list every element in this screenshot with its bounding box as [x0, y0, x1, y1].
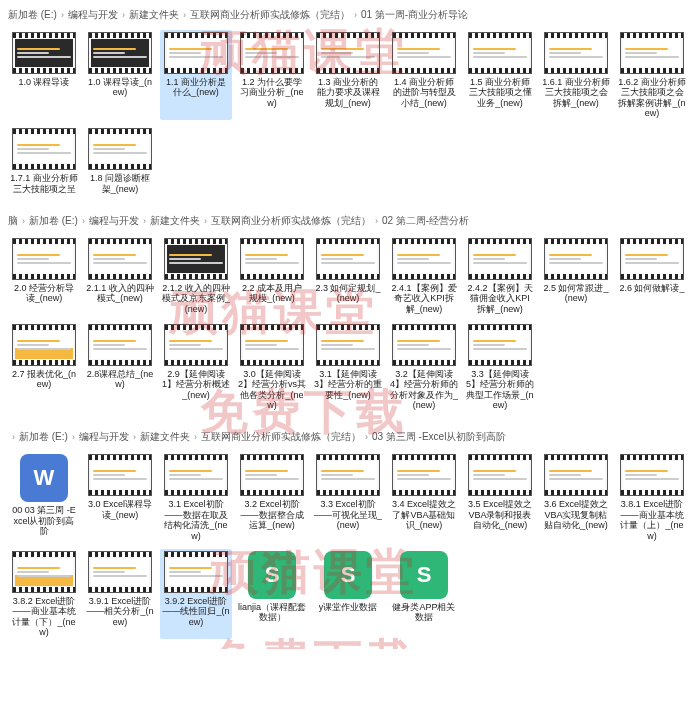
file-item[interactable]: 3.9.1 Excel进阶——相关分析_(new): [84, 549, 156, 639]
breadcrumb-segment[interactable]: 新建文件夹: [140, 430, 190, 444]
file-label: 3.9.2 Excel进阶——线性回归_(new): [162, 596, 230, 627]
breadcrumb-segment[interactable]: 新建文件夹: [150, 214, 200, 228]
file-item[interactable]: 2.7 报表优化_(new): [8, 322, 80, 412]
file-item[interactable]: 3.1 Excel初阶——数据在取及结构化清洗_(new): [160, 452, 232, 542]
file-label: 1.0 课程导读: [18, 77, 69, 87]
file-item[interactable]: 3.2 Excel初阶——数据整合成运算_(new): [236, 452, 308, 542]
file-item[interactable]: 1.0 课程导读: [8, 30, 80, 120]
file-item[interactable]: 3.0【延伸阅读2】经营分析vs其他各类分析_(new): [236, 322, 308, 412]
breadcrumb-segment[interactable]: 新加卷 (E:): [8, 8, 57, 22]
file-item[interactable]: 1.6.2 商业分析师三大技能项之会拆解案例讲解_(new): [616, 30, 688, 120]
breadcrumb: ›新加卷 (E:)›编程与开发›新建文件夹›互联网商业分析师实战修炼（完结）›0…: [8, 426, 692, 452]
file-item[interactable]: 3.1【延伸阅读3】经营分析的重要性_(new): [312, 322, 384, 412]
file-item[interactable]: 1.1 商业分析是什么_(new): [160, 30, 232, 120]
file-item[interactable]: 3.2【延伸阅读4】经营分析师的分析对象及作为_(new): [388, 322, 460, 412]
file-item[interactable]: 2.2 成本及用户规模_(new): [236, 236, 308, 316]
breadcrumb-segment[interactable]: 02 第二周-经营分析: [382, 214, 469, 228]
breadcrumb-segment[interactable]: 01 第一周-商业分析导论: [361, 8, 468, 22]
breadcrumb-segment[interactable]: 03 第三周 -Excel从初阶到高阶: [372, 430, 506, 444]
file-item[interactable]: 1.2 为什么要学习商业分析_(new): [236, 30, 308, 120]
video-thumbnail: [12, 238, 76, 280]
file-item[interactable]: Slianjia（课程配套数据）: [236, 549, 308, 639]
file-item[interactable]: 1.3 商业分析的能力要求及课程规划_(new): [312, 30, 384, 120]
file-item[interactable]: 2.8课程总结_(new): [84, 322, 156, 412]
breadcrumb-segment[interactable]: 新加卷 (E:): [29, 214, 78, 228]
video-thumbnail: [620, 238, 684, 280]
file-item[interactable]: 3.8.1 Excel进阶——商业基本统计量（上）_(new): [616, 452, 688, 542]
file-label: 00 03 第三周 -Excel从初阶到高阶: [10, 505, 78, 536]
file-item[interactable]: 2.1.2 收入的四种模式及京东案例_(new): [160, 236, 232, 316]
file-label: 2.1.1 收入的四种模式_(new): [86, 283, 154, 304]
file-item[interactable]: 3.6 Excel提效之VBA实现复制粘贴自动化_(new): [540, 452, 612, 542]
file-label: 3.0 Excel课程导读_(new): [86, 499, 154, 520]
file-item[interactable]: 2.0 经营分析导读_(new): [8, 236, 80, 316]
breadcrumb-segment[interactable]: 编程与开发: [68, 8, 118, 22]
chevron-right-icon: ›: [122, 10, 125, 20]
file-label: 1.8 问题诊断框架_(new): [86, 173, 154, 194]
breadcrumb-segment[interactable]: 新加卷 (E:): [19, 430, 68, 444]
breadcrumb-segment[interactable]: 脑: [8, 214, 18, 228]
video-thumbnail: [12, 128, 76, 170]
file-item[interactable]: 2.5 如何常跟进_(new): [540, 236, 612, 316]
file-item[interactable]: 3.0 Excel课程导读_(new): [84, 452, 156, 542]
file-item[interactable]: S健身类APP相关数据: [388, 549, 460, 639]
file-label: 1.7.1 商业分析师三大技能项之呈: [10, 173, 78, 194]
breadcrumb-segment[interactable]: 编程与开发: [79, 430, 129, 444]
video-thumbnail: [468, 324, 532, 366]
file-label: 2.9【延伸阅读1】经营分析概述_(new): [162, 369, 230, 400]
file-item[interactable]: 3.9.2 Excel进阶——线性回归_(new): [160, 549, 232, 639]
chevron-right-icon: ›: [22, 216, 25, 226]
file-label: 3.5 Excel提效之VBA录制和报表自动化_(new): [466, 499, 534, 530]
breadcrumb-segment[interactable]: 新建文件夹: [129, 8, 179, 22]
video-thumbnail: [164, 454, 228, 496]
video-thumbnail: [392, 238, 456, 280]
file-label: 3.9.1 Excel进阶——相关分析_(new): [86, 596, 154, 627]
breadcrumb-segment[interactable]: 编程与开发: [89, 214, 139, 228]
file-item[interactable]: 3.8.2 Excel进阶——商业基本统计量（下）_(new): [8, 549, 80, 639]
file-grid: 2.0 经营分析导读_(new)2.1.1 收入的四种模式_(new)2.1.2…: [8, 236, 692, 412]
file-label: 1.0 课程导读_(new): [86, 77, 154, 98]
file-item[interactable]: 3.3 Excel初阶——可视化呈现_(new): [312, 452, 384, 542]
video-thumbnail: [240, 454, 304, 496]
file-item[interactable]: 3.3【延伸阅读5】经营分析师的典型工作场景_(new): [464, 322, 536, 412]
file-item[interactable]: 2.6 如何做解读_: [616, 236, 688, 316]
file-label: 2.1.2 收入的四种模式及京东案例_(new): [162, 283, 230, 314]
file-label: 1.6.2 商业分析师三大技能项之会拆解案例讲解_(new): [618, 77, 686, 118]
file-item[interactable]: 2.4.1【案例】爱奇艺收入KPI拆解_(new): [388, 236, 460, 316]
file-label: 2.0 经营分析导读_(new): [10, 283, 78, 304]
video-thumbnail: [316, 324, 380, 366]
file-label: 2.5 如何常跟进_(new): [542, 283, 610, 304]
file-label: 2.2 成本及用户规模_(new): [238, 283, 306, 304]
file-item[interactable]: 2.3 如何定规划_(new): [312, 236, 384, 316]
file-label: 1.4 商业分析师的进阶与转型及小结_(new): [390, 77, 458, 108]
breadcrumb-segment[interactable]: 互联网商业分析师实战修炼（完结）: [211, 214, 371, 228]
file-item[interactable]: 2.9【延伸阅读1】经营分析概述_(new): [160, 322, 232, 412]
file-item[interactable]: 3.4 Excel提效之了解VBA基础知识_(new): [388, 452, 460, 542]
spreadsheet-icon: S: [324, 551, 372, 599]
video-thumbnail: [88, 238, 152, 280]
file-item[interactable]: Sy课堂作业数据: [312, 549, 384, 639]
file-item[interactable]: 1.5 商业分析师三大技能项之懂业务_(new): [464, 30, 536, 120]
file-item[interactable]: W00 03 第三周 -Excel从初阶到高阶: [8, 452, 80, 542]
file-item[interactable]: 1.4 商业分析师的进阶与转型及小结_(new): [388, 30, 460, 120]
file-grid: W00 03 第三周 -Excel从初阶到高阶3.0 Excel课程导读_(ne…: [8, 452, 692, 639]
file-item[interactable]: 1.0 课程导读_(new): [84, 30, 156, 120]
breadcrumb-segment[interactable]: 互联网商业分析师实战修炼（完结）: [201, 430, 361, 444]
video-thumbnail: [392, 324, 456, 366]
file-item[interactable]: 1.6.1 商业分析师三大技能项之会拆解_(new): [540, 30, 612, 120]
chevron-right-icon: ›: [194, 432, 197, 442]
file-item[interactable]: 2.1.1 收入的四种模式_(new): [84, 236, 156, 316]
word-doc-icon: W: [20, 454, 68, 502]
file-item[interactable]: 1.8 问题诊断框架_(new): [84, 126, 156, 196]
file-item[interactable]: 1.7.1 商业分析师三大技能项之呈: [8, 126, 80, 196]
file-label: 3.2 Excel初阶——数据整合成运算_(new): [238, 499, 306, 530]
breadcrumb-segment[interactable]: 互联网商业分析师实战修炼（完结）: [190, 8, 350, 22]
chevron-right-icon: ›: [183, 10, 186, 20]
file-item[interactable]: 2.4.2【案例】天猫佣金收入KPI拆解_(new): [464, 236, 536, 316]
video-thumbnail: [316, 454, 380, 496]
file-item[interactable]: 3.5 Excel提效之VBA录制和报表自动化_(new): [464, 452, 536, 542]
video-thumbnail: [468, 454, 532, 496]
video-thumbnail: [316, 238, 380, 280]
folder-section: ›新加卷 (E:)›编程与开发›新建文件夹›互联网商业分析师实战修炼（完结）›0…: [0, 422, 700, 649]
breadcrumb: 新加卷 (E:)›编程与开发›新建文件夹›互联网商业分析师实战修炼（完结）›01…: [8, 4, 692, 30]
